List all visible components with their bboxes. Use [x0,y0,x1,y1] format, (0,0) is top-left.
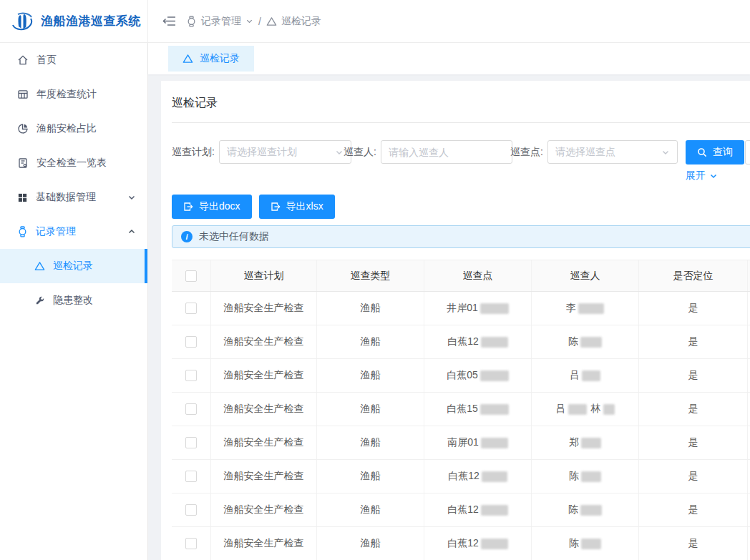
row-checkbox[interactable] [185,471,197,482]
sidebar-item-vessel-ratio[interactable]: 渔船安检占比 [0,112,147,146]
app-title: 渔船渔港巡查系统 [41,13,141,29]
filter-row: 巡查计划: 请选择巡查计划 巡查人: 巡查点: 请选择巡查点 [172,140,750,183]
row-checkbox[interactable] [185,303,197,314]
search-icon [697,147,707,157]
export-xlsx-button[interactable]: 导出xlsx [259,195,335,219]
warning-triangle-icon [182,54,193,64]
row-checkbox-cell [172,426,211,459]
sidebar-item-label: 年度检查统计 [36,88,136,101]
breadcrumb-parent[interactable]: 记录管理 [186,15,253,28]
divider [172,122,750,123]
redacted-text [603,404,615,415]
person-cell: 李 [532,292,639,325]
person-cell: 陈 [532,493,639,526]
plan-cell: 渔船安全生产检查 [211,325,317,358]
export-xlsx-label: 导出xlsx [286,200,323,213]
export-toolbar: 导出docx 导出xlsx [172,195,750,219]
point-label: 巡查点: [510,146,543,159]
row-checkbox-cell [172,292,211,325]
cell-text: 白蕉12 [448,470,479,483]
sidebar-item-base-data[interactable]: 基础数据管理 [0,180,147,215]
row-checkbox[interactable] [185,370,197,381]
person-input[interactable] [381,140,512,164]
column-header: 巡查人 [532,260,639,291]
plan-select[interactable]: 请选择巡查计划 [219,140,351,164]
cell-text: 陈 [568,503,578,516]
cell-text: 白蕉05 [447,369,478,382]
row-checkbox-cell [172,325,211,358]
row-checkbox[interactable] [185,504,197,516]
sidebar-item-home[interactable]: 首页 [0,43,147,77]
filter-plan: 巡查计划: 请选择巡查计划 [172,140,351,164]
row-checkbox-cell [172,393,211,426]
located-cell: 是 [639,292,748,325]
plan-cell: 渔船安全生产检查 [211,359,317,392]
row-checkbox-cell [172,359,211,392]
chevron-down-icon [127,193,136,202]
located-cell: 是 [639,359,748,392]
row-checkbox[interactable] [185,403,197,415]
person-cell: 陈 [532,527,639,560]
cell-text: 郑 [569,436,579,449]
type-cell: 渔船 [317,325,424,358]
export-docx-button[interactable]: 导出docx [172,195,252,219]
redacted-text [581,438,601,448]
type-cell: 渔船 [317,359,424,392]
tab-inspection-records[interactable]: 巡检记录 [168,46,254,72]
sidebar-item-label: 记录管理 [36,225,120,238]
cell-text: 李 [566,302,576,315]
export-icon [183,202,193,212]
menu-fold-icon[interactable] [162,16,176,26]
breadcrumb-current: 巡检记录 [266,15,321,28]
chevron-up-icon [127,227,136,236]
point-cell: 白蕉15 [424,393,532,426]
breadcrumb-parent-label: 记录管理 [201,15,241,28]
point-cell: 白蕉12 [424,527,532,560]
wrench-icon [34,295,45,306]
search-button[interactable]: 查询 [686,140,744,164]
plan-select-placeholder: 请选择巡查计划 [227,146,297,159]
located-cell: 是 [639,493,748,526]
row-checkbox[interactable] [185,336,197,348]
sidebar-item-record-management[interactable]: 记录管理 [0,215,147,249]
cell-text: 白蕉12 [447,335,479,348]
select-all-checkbox[interactable] [185,270,197,282]
export-docx-label: 导出docx [199,200,240,213]
point-cell: 白蕉12 [424,460,532,493]
watch-icon [186,16,197,27]
partial-button[interactable] [745,140,750,164]
located-cell: 是 [639,460,748,493]
table-row: 渔船安全生产检查渔船白蕉12陈是 [172,527,750,560]
point-cell: 白蕉12 [424,493,532,526]
row-checkbox-cell [172,527,211,560]
warning-triangle-icon [266,16,277,26]
top-header: 渔船渔港巡查系统 记录管理 [0,0,750,43]
expand-link[interactable]: 展开 [686,170,718,182]
redacted-text [481,539,508,549]
row-checkbox[interactable] [185,437,197,448]
sidebar-item-safety-list[interactable]: 安全检查一览表 [0,146,147,180]
sidebar-item-label: 渔船安检占比 [36,122,136,135]
plan-label: 巡查计划: [172,146,215,159]
sidebar-item-label: 隐患整改 [53,294,136,307]
sidebar-item-hazard-rectification[interactable]: 隐患整改 [0,283,147,318]
sidebar-item-annual-stats[interactable]: 年度检查统计 [0,77,147,112]
located-cell: 是 [639,325,748,358]
cell-text: 南屏01 [447,436,479,449]
info-icon: i [181,231,193,242]
sidebar-item-label: 基础数据管理 [36,191,120,204]
type-cell: 渔船 [317,426,424,459]
sidebar-item-inspection-records[interactable]: 巡检记录 [0,249,147,283]
cell-text: 白蕉15 [447,403,478,416]
point-cell: 南屏01 [424,426,532,459]
column-header: 巡查类型 [317,260,424,291]
type-cell: 渔船 [317,493,424,526]
row-checkbox-cell [172,460,211,493]
point-cell: 白蕉12 [424,325,532,358]
row-checkbox[interactable] [185,538,197,549]
table-row: 渔船安全生产检查渔船白蕉12陈是 [172,325,750,359]
point-cell: 白蕉05 [424,359,532,392]
point-select[interactable]: 请选择巡查点 [547,140,678,164]
point-cell: 井岸01 [424,292,532,325]
export-icon [271,202,281,212]
